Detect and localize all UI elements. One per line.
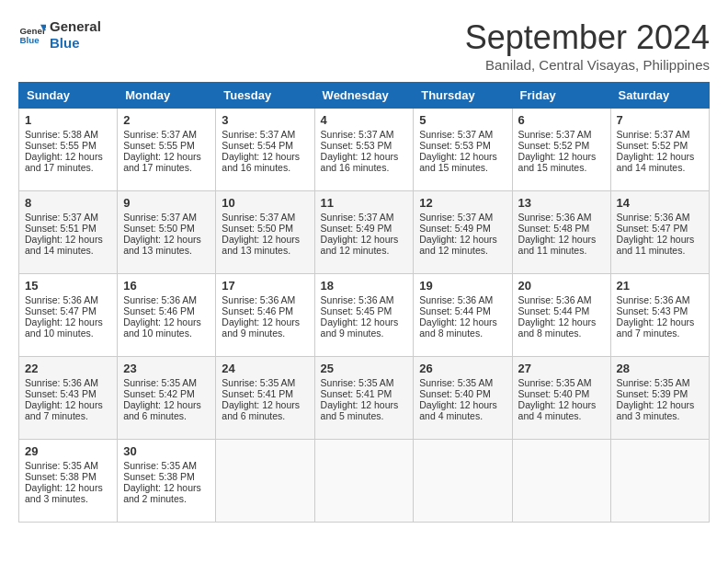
day-15: 15 Sunrise: 5:36 AMSunset: 5:47 PMDaylig… bbox=[19, 274, 118, 357]
logo: General Blue General Blue bbox=[18, 18, 101, 52]
location-subtitle: Banilad, Central Visayas, Philippines bbox=[465, 57, 710, 73]
day-10: 10 Sunrise: 5:37 AMSunset: 5:50 PMDaylig… bbox=[216, 191, 314, 274]
day-29: 29 Sunrise: 5:35 AMSunset: 5:38 PMDaylig… bbox=[19, 440, 118, 523]
empty-cell-2 bbox=[314, 440, 414, 523]
day-6: 6 Sunrise: 5:37 AMSunset: 5:52 PMDayligh… bbox=[512, 109, 610, 191]
day-30: 30 Sunrise: 5:35 AMSunset: 5:38 PMDaylig… bbox=[118, 440, 216, 523]
week-5: 29 Sunrise: 5:35 AMSunset: 5:38 PMDaylig… bbox=[19, 440, 710, 523]
empty-cell-4 bbox=[512, 440, 610, 523]
day-1: 1 Sunrise: 5:38 AMSunset: 5:55 PMDayligh… bbox=[19, 109, 118, 191]
col-wednesday: Wednesday bbox=[314, 83, 414, 109]
day-19: 19 Sunrise: 5:36 AMSunset: 5:44 PMDaylig… bbox=[414, 274, 512, 357]
day-24: 24 Sunrise: 5:35 AMSunset: 5:41 PMDaylig… bbox=[216, 357, 314, 440]
day-4: 4 Sunrise: 5:37 AMSunset: 5:53 PMDayligh… bbox=[314, 109, 414, 191]
day-11: 11 Sunrise: 5:37 AMSunset: 5:49 PMDaylig… bbox=[314, 191, 414, 274]
day-9: 9 Sunrise: 5:37 AMSunset: 5:50 PMDayligh… bbox=[118, 191, 216, 274]
day-25: 25 Sunrise: 5:35 AMSunset: 5:41 PMDaylig… bbox=[314, 357, 414, 440]
col-tuesday: Tuesday bbox=[216, 83, 314, 109]
week-4: 22 Sunrise: 5:36 AMSunset: 5:43 PMDaylig… bbox=[19, 357, 710, 440]
col-monday: Monday bbox=[118, 83, 216, 109]
page-header: General Blue General Blue September 2024… bbox=[18, 18, 710, 73]
empty-cell-5 bbox=[610, 440, 709, 523]
logo-icon: General Blue bbox=[18, 21, 46, 49]
day-7: 7 Sunrise: 5:37 AMSunset: 5:52 PMDayligh… bbox=[610, 109, 709, 191]
month-title: September 2024 bbox=[465, 18, 710, 57]
logo-text-general: General bbox=[50, 18, 101, 35]
day-26: 26 Sunrise: 5:35 AMSunset: 5:40 PMDaylig… bbox=[414, 357, 512, 440]
day-13: 13 Sunrise: 5:36 AMSunset: 5:48 PMDaylig… bbox=[512, 191, 610, 274]
day-3: 3 Sunrise: 5:37 AMSunset: 5:54 PMDayligh… bbox=[216, 109, 314, 191]
empty-cell-1 bbox=[216, 440, 314, 523]
week-3: 15 Sunrise: 5:36 AMSunset: 5:47 PMDaylig… bbox=[19, 274, 710, 357]
title-block: September 2024 Banilad, Central Visayas,… bbox=[465, 18, 710, 73]
empty-cell-3 bbox=[414, 440, 512, 523]
day-18: 18 Sunrise: 5:36 AMSunset: 5:45 PMDaylig… bbox=[314, 274, 414, 357]
calendar-header-row: Sunday Monday Tuesday Wednesday Thursday… bbox=[19, 83, 710, 109]
day-27: 27 Sunrise: 5:35 AMSunset: 5:40 PMDaylig… bbox=[512, 357, 610, 440]
day-16: 16 Sunrise: 5:36 AMSunset: 5:46 PMDaylig… bbox=[118, 274, 216, 357]
day-22: 22 Sunrise: 5:36 AMSunset: 5:43 PMDaylig… bbox=[19, 357, 118, 440]
col-thursday: Thursday bbox=[414, 83, 512, 109]
day-21: 21 Sunrise: 5:36 AMSunset: 5:43 PMDaylig… bbox=[610, 274, 709, 357]
day-12: 12 Sunrise: 5:37 AMSunset: 5:49 PMDaylig… bbox=[414, 191, 512, 274]
col-friday: Friday bbox=[512, 83, 610, 109]
day-14: 14 Sunrise: 5:36 AMSunset: 5:47 PMDaylig… bbox=[610, 191, 709, 274]
col-sunday: Sunday bbox=[19, 83, 118, 109]
logo-text-blue: Blue bbox=[50, 35, 101, 52]
col-saturday: Saturday bbox=[610, 83, 709, 109]
day-17: 17 Sunrise: 5:36 AMSunset: 5:46 PMDaylig… bbox=[216, 274, 314, 357]
svg-text:Blue: Blue bbox=[20, 35, 40, 45]
week-1: 1 Sunrise: 5:38 AMSunset: 5:55 PMDayligh… bbox=[19, 109, 710, 191]
calendar-table: Sunday Monday Tuesday Wednesday Thursday… bbox=[18, 82, 710, 523]
day-23: 23 Sunrise: 5:35 AMSunset: 5:42 PMDaylig… bbox=[118, 357, 216, 440]
week-2: 8 Sunrise: 5:37 AMSunset: 5:51 PMDayligh… bbox=[19, 191, 710, 274]
day-2: 2 Sunrise: 5:37 AMSunset: 5:55 PMDayligh… bbox=[118, 109, 216, 191]
day-5: 5 Sunrise: 5:37 AMSunset: 5:53 PMDayligh… bbox=[414, 109, 512, 191]
day-20: 20 Sunrise: 5:36 AMSunset: 5:44 PMDaylig… bbox=[512, 274, 610, 357]
day-28: 28 Sunrise: 5:35 AMSunset: 5:39 PMDaylig… bbox=[610, 357, 709, 440]
day-8: 8 Sunrise: 5:37 AMSunset: 5:51 PMDayligh… bbox=[19, 191, 118, 274]
